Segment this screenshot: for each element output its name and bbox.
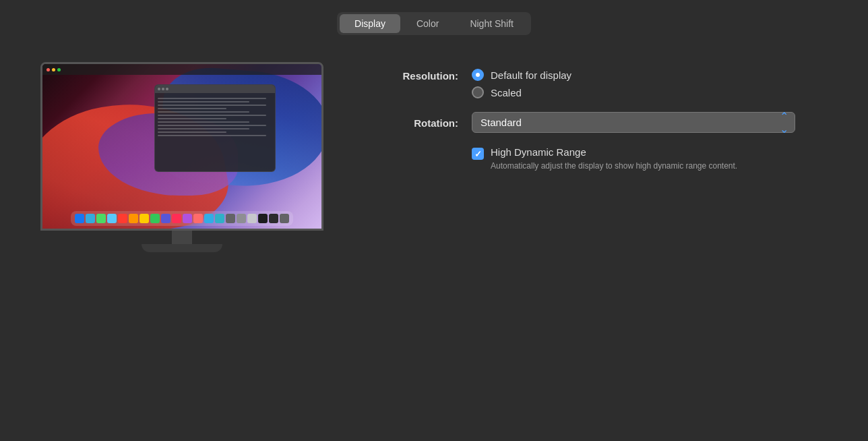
dock-icon-2 <box>96 214 106 223</box>
rotation-label: Rotation: <box>377 116 458 129</box>
dock-icon-18 <box>269 214 278 223</box>
monitor-screen <box>40 62 323 231</box>
text-line-4 <box>158 108 226 109</box>
dock-icon-10 <box>183 214 192 223</box>
text-line-6 <box>158 115 267 116</box>
monitor-stand-base <box>142 244 222 252</box>
text-line-3 <box>158 105 267 106</box>
mac-window-bar <box>155 85 275 93</box>
dock-icon-11 <box>193 214 203 223</box>
text-line-7 <box>158 118 226 119</box>
radio-default[interactable]: Default for display <box>472 69 571 81</box>
mac-topbar <box>42 64 321 75</box>
mac-close-dot <box>46 68 50 71</box>
radio-scaled-label: Scaled <box>491 87 522 98</box>
hdr-description: Automatically adjust the display to show… <box>491 160 737 172</box>
mac-finder-window <box>154 84 276 172</box>
tab-color[interactable]: Color <box>402 14 454 33</box>
dock-icon-8 <box>161 214 170 223</box>
dock-icon-19 <box>280 214 289 223</box>
rotation-select[interactable]: Standard 90° 180° 270° <box>472 112 795 133</box>
hdr-label: High Dynamic Range <box>491 146 737 158</box>
dock-icon-3 <box>107 214 117 223</box>
dock-icon-1 <box>86 214 95 223</box>
radio-default-label: Default for display <box>491 69 571 81</box>
rotation-row: Rotation: Standard 90° 180° 270° ⌃⌄ <box>377 112 795 133</box>
dock-icon-17 <box>258 214 268 223</box>
dock-icon-4 <box>118 214 127 223</box>
tab-bar: Display Color Night Shift <box>337 12 531 35</box>
radio-scaled[interactable]: Scaled <box>472 86 571 98</box>
text-line-9 <box>158 125 267 126</box>
text-line-1 <box>158 98 267 99</box>
text-line-8 <box>158 121 249 123</box>
text-line-11 <box>158 131 226 133</box>
dock-icon-9 <box>172 214 181 223</box>
win-close-dot <box>158 88 160 90</box>
dock-icon-15 <box>237 214 246 223</box>
text-line-2 <box>158 101 249 102</box>
tab-display[interactable]: Display <box>340 14 400 33</box>
dock-icon-7 <box>150 214 160 223</box>
resolution-controls: Default for display Scaled <box>472 69 571 98</box>
main-content: Resolution: Default for display Scaled R… <box>0 62 868 252</box>
hdr-row: ✓ High Dynamic Range Automatically adjus… <box>377 146 795 172</box>
win-max-dot <box>166 88 168 90</box>
dock-icon-6 <box>140 214 149 223</box>
dock-icon-14 <box>226 214 235 223</box>
mac-dock <box>71 211 293 226</box>
rotation-dropdown-wrapper: Standard 90° 180° 270° ⌃⌄ <box>472 112 795 133</box>
dock-icon-16 <box>247 214 257 223</box>
monitor-preview <box>40 62 323 252</box>
dock-icon-0 <box>75 214 84 223</box>
text-line-5 <box>158 111 249 113</box>
mac-window-body <box>155 93 275 141</box>
radio-default-circle[interactable] <box>472 69 484 81</box>
hdr-checkbox[interactable]: ✓ <box>472 148 484 160</box>
win-min-dot <box>162 88 164 90</box>
dock-icon-12 <box>204 214 214 223</box>
hdr-label-group: High Dynamic Range Automatically adjust … <box>491 146 737 172</box>
resolution-row: Resolution: Default for display Scaled <box>377 69 795 98</box>
dock-icon-13 <box>215 214 224 223</box>
hdr-spacer-label <box>377 146 458 148</box>
text-line-12 <box>158 135 267 136</box>
settings-panel: Resolution: Default for display Scaled R… <box>377 62 795 172</box>
monitor-stand-neck <box>172 231 192 244</box>
resolution-label: Resolution: <box>377 69 458 82</box>
dock-icon-5 <box>129 214 138 223</box>
radio-scaled-circle[interactable] <box>472 86 484 98</box>
text-line-10 <box>158 128 249 129</box>
checkbox-check-icon: ✓ <box>474 150 482 158</box>
mac-maximize-dot <box>57 68 61 71</box>
mac-minimize-dot <box>52 68 55 71</box>
hdr-checkbox-row: ✓ High Dynamic Range Automatically adjus… <box>472 146 737 172</box>
tab-night-shift[interactable]: Night Shift <box>455 14 528 33</box>
